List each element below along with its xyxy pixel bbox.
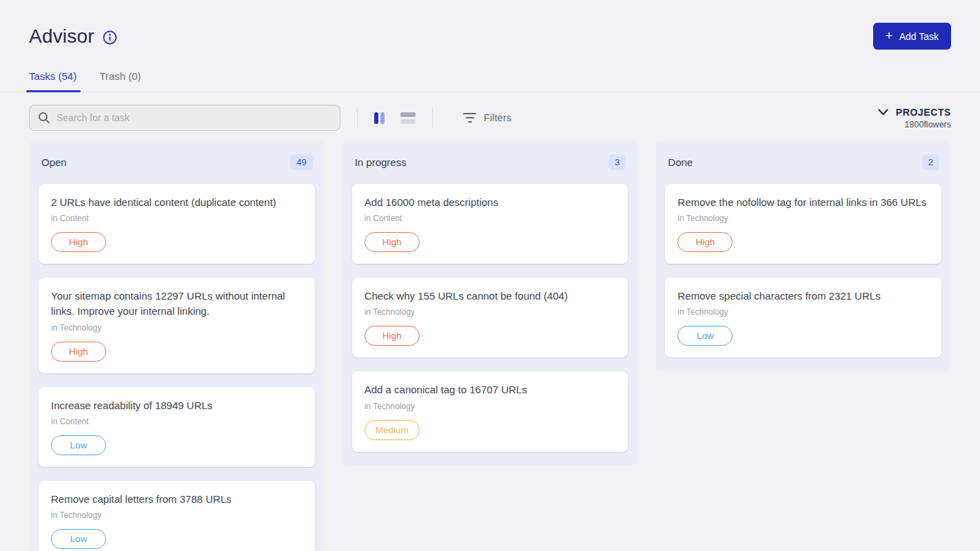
task-title: Check why 155 URLs cannot be found (404) [365,289,616,304]
list-view-icon[interactable] [400,112,416,124]
task-card[interactable]: Increase readability of 18949 URLs in Co… [39,387,315,467]
priority-badge: High [677,232,733,252]
page-header: Advisor + Add Task [0,0,980,50]
task-category: in Content [51,214,303,223]
projects-dropdown[interactable]: PROJECTS 1800flowers [878,107,951,129]
task-category: in Technology [365,402,616,411]
task-card[interactable]: Your sitemap contains 12297 URLs without… [39,278,315,373]
column-in-progress: In progress 3 Add 16000 meta description… [343,141,638,466]
column-done: Done 2 Remove the nofollow tag for inter… [655,141,951,371]
plus-icon: + [886,29,893,42]
task-category: in Content [365,214,616,223]
kanban-view-icon[interactable] [374,112,385,124]
priority-badge: High [365,326,420,346]
tab-bar: Tasks (54) Trash (0) [0,70,980,92]
task-card[interactable]: 2 URLs have identical content (duplicate… [39,184,315,264]
task-title: 2 URLs have identical content (duplicate… [51,195,303,210]
task-title: Add a canonical tag to 16707 URLs [365,382,616,397]
task-title: Increase readability of 18949 URLs [51,398,303,413]
task-card[interactable]: Check why 155 URLs cannot be found (404)… [352,278,629,357]
toolbar: Filters PROJECTS 1800flowers [0,104,980,132]
column-title: In progress [355,156,407,168]
task-category: in Technology [677,307,929,317]
divider [357,107,358,128]
page-title: Advisor [29,25,94,48]
task-category: in Content [51,417,303,426]
filters-label: Filters [484,112,511,123]
count-badge: 3 [609,154,626,170]
priority-badge: High [51,232,106,252]
priority-badge: High [365,232,420,252]
column-header: Open 49 [39,150,315,174]
column-title: Open [41,156,67,168]
task-card[interactable]: Remove special characters from 2321 URLs… [665,278,941,357]
count-badge: 49 [290,154,312,170]
priority-badge: Low [51,435,106,455]
task-card[interactable]: Remove the nofollow tag for internal lin… [665,184,941,264]
kanban-board: Open 49 2 URLs have identical content (d… [0,141,980,551]
task-card[interactable]: Add a canonical tag to 16707 URLs in Tec… [352,371,629,451]
column-open: Open 49 2 URLs have identical content (d… [29,141,325,551]
task-category: in Technology [677,214,929,223]
task-category: in Technology [51,323,303,333]
selected-project: 1800flowers [878,120,951,129]
count-badge: 2 [922,154,939,170]
column-title: Done [668,156,693,168]
task-title: Remove capital letters from 3788 URLs [51,492,303,507]
task-title: Remove special characters from 2321 URLs [677,289,929,304]
priority-badge: Low [677,326,733,346]
divider [432,107,433,128]
add-task-label: Add Task [899,31,939,42]
tab-tasks[interactable]: Tasks (54) [29,70,76,92]
task-title: Add 16000 meta descriptions [365,195,616,210]
priority-badge: Medium [365,420,420,440]
search-icon [38,112,50,124]
task-category: in Technology [51,510,303,520]
filters-button[interactable]: Filters [463,112,511,123]
filter-icon [463,113,476,123]
column-header: Done 2 [665,150,941,174]
search-box[interactable] [29,105,340,131]
add-task-button[interactable]: + Add Task [873,23,951,50]
priority-badge: Low [51,529,106,549]
projects-label: PROJECTS [896,107,951,118]
task-card[interactable]: Add 16000 meta descriptions in Content H… [352,184,629,264]
chevron-down-icon [878,109,888,116]
priority-badge: High [51,342,106,362]
task-title: Remove the nofollow tag for internal lin… [677,195,929,210]
search-input[interactable] [57,112,331,123]
task-card[interactable]: Remove capital letters from 3788 URLs in… [39,481,315,551]
column-header: In progress 3 [352,150,629,174]
task-category: in Technology [365,307,616,317]
tab-trash[interactable]: Trash (0) [99,70,141,92]
task-title: Your sitemap contains 12297 URLs without… [51,289,303,319]
info-icon[interactable] [103,30,117,45]
